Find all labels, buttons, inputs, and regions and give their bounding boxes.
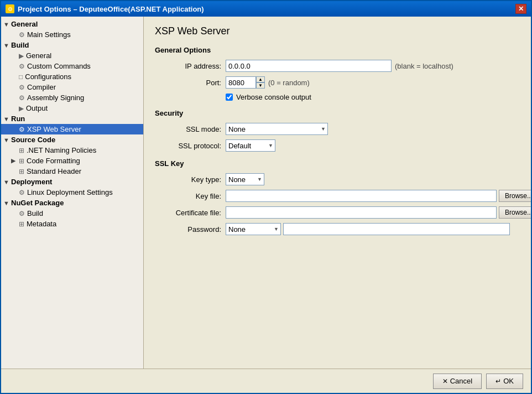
port-row: Port: ▲ ▼ (0 = random) — [155, 76, 520, 89]
ssl-protocol-select[interactable]: Default TLS SSL3 — [226, 139, 275, 152]
ip-label: IP address: — [155, 62, 221, 70]
sidebar-item-run[interactable]: ▼ Run — [1, 113, 143, 124]
sidebar: ▼ General ⚙ Main Settings ▼ Build ▶ Gene… — [1, 17, 144, 369]
port-spinner: ▲ ▼ — [226, 76, 265, 89]
sidebar-item-assembly-signing[interactable]: ⚙ Assembly Signing — [1, 92, 143, 103]
ssl-mode-select[interactable]: None Enabled Required — [226, 123, 328, 135]
cert-file-label: Certificate file: — [155, 209, 221, 217]
main-window: ⚙ Project Options – DeputeeOffice(ASP.NE… — [0, 0, 532, 394]
settings-icon: ⚙ — [19, 94, 25, 102]
sidebar-item-configurations[interactable]: □ Configurations — [1, 71, 143, 82]
sidebar-item-label: Linux Deployment Settings — [27, 188, 113, 196]
sidebar-item-nuget-metadata[interactable]: ⊞ Metadata — [1, 219, 143, 229]
bottom-bar: ✕ Cancel ↵ OK — [1, 369, 531, 393]
ssl-mode-control: None Enabled Required — [226, 123, 520, 135]
sidebar-item-output[interactable]: ▶ Output — [1, 103, 143, 113]
close-button[interactable]: ✕ — [515, 4, 526, 14]
sidebar-item-nuget-build[interactable]: ⚙ Build — [1, 208, 143, 219]
key-type-control: None PEM PKCS12 — [226, 173, 520, 185]
sidebar-item-linux-deployment[interactable]: ⚙ Linux Deployment Settings — [1, 187, 143, 198]
sidebar-item-label: General — [26, 51, 51, 60]
sidebar-item-label: Main Settings — [27, 30, 71, 39]
sidebar-item-compiler[interactable]: ⚙ Compiler — [1, 82, 143, 92]
ssl-mode-select-wrapper: None Enabled Required — [226, 123, 328, 135]
settings-icon: ⚙ — [19, 210, 25, 217]
ok-label: OK — [503, 377, 514, 385]
cancel-button[interactable]: ✕ Cancel — [433, 374, 482, 389]
sidebar-item-build-general[interactable]: ▶ General — [1, 50, 143, 61]
key-type-row: Key type: None PEM PKCS12 — [155, 173, 520, 185]
port-label: Port: — [155, 79, 221, 87]
expand-icon: ▼ — [3, 42, 11, 49]
cert-file-input[interactable] — [226, 206, 497, 219]
content-area: ▼ General ⚙ Main Settings ▼ Build ▶ Gene… — [1, 17, 531, 369]
password-row: Password: None Plaintext — [155, 223, 520, 235]
ip-hint: (blank = localhost) — [395, 62, 453, 70]
sidebar-item-label: Output — [26, 104, 48, 112]
password-type-select[interactable]: None Plaintext — [226, 223, 281, 235]
ssl-protocol-label: SSL protocol: — [155, 142, 221, 150]
sidebar-item-label: Standard Header — [27, 167, 81, 175]
sidebar-item-label: Build — [11, 41, 29, 49]
security-section: Security — [155, 109, 520, 117]
expand-icon: ▼ — [3, 21, 11, 28]
sidebar-item-label: Custom Commands — [27, 62, 91, 70]
ok-button[interactable]: ↵ OK — [486, 374, 523, 389]
sidebar-item-build[interactable]: ▼ Build — [1, 40, 143, 50]
play-icon: ▶ — [19, 105, 24, 112]
key-file-browse-button[interactable]: Browse... — [499, 190, 531, 202]
grid-icon: ⊞ — [19, 157, 24, 165]
sidebar-item-general[interactable]: ▼ General — [1, 19, 143, 29]
ssl-key-section: SSL Key — [155, 159, 520, 168]
ip-input[interactable] — [226, 60, 392, 72]
title-bar: ⚙ Project Options – DeputeeOffice(ASP.NE… — [1, 1, 531, 17]
sidebar-item-standard-header[interactable]: ⊞ Standard Header — [1, 166, 143, 177]
settings-icon: ⚙ — [19, 126, 25, 133]
port-input[interactable] — [226, 76, 256, 89]
sidebar-item-label: Code Formatting — [27, 157, 80, 165]
sidebar-item-label: Deployment — [11, 178, 52, 186]
cert-file-browse-button[interactable]: Browse... — [499, 206, 531, 219]
sidebar-item-code-formatting[interactable]: ▶ ⊞ Code Formatting — [1, 155, 143, 166]
password-control: None Plaintext — [226, 223, 520, 235]
settings-icon: ⚙ — [19, 84, 25, 91]
title-bar-left: ⚙ Project Options – DeputeeOffice(ASP.NE… — [6, 4, 204, 13]
sidebar-item-label: NuGet Package — [11, 199, 64, 207]
sidebar-item-nuget-package[interactable]: ▼ NuGet Package — [1, 198, 143, 208]
sidebar-item-main-settings[interactable]: ⚙ Main Settings — [1, 29, 143, 40]
port-control-area: ▲ ▼ (0 = random) — [226, 76, 520, 89]
key-type-select[interactable]: None PEM PKCS12 — [226, 173, 264, 185]
spinner-up-button[interactable]: ▲ — [256, 76, 265, 82]
verbose-checkbox[interactable] — [226, 94, 233, 101]
expand-icon: ▼ — [3, 200, 11, 206]
ok-icon: ↵ — [496, 377, 501, 385]
expand-icon: ▶ — [11, 157, 19, 164]
cancel-icon: ✕ — [442, 377, 448, 385]
expand-icon: ▼ — [3, 116, 11, 122]
ssl-protocol-row: SSL protocol: Default TLS SSL3 — [155, 139, 520, 152]
ssl-protocol-control: Default TLS SSL3 — [226, 139, 520, 152]
key-file-label: Key file: — [155, 192, 221, 200]
sidebar-item-source-code[interactable]: ▼ Source Code — [1, 134, 143, 145]
expand-icon: ▼ — [3, 179, 11, 185]
cert-file-control: Browse... — [226, 206, 531, 219]
password-input[interactable] — [283, 223, 510, 235]
sidebar-item-net-naming[interactable]: ⊞ .NET Naming Policies — [1, 145, 143, 155]
sidebar-item-label: Run — [11, 115, 25, 123]
ssl-mode-row: SSL mode: None Enabled Required — [155, 123, 520, 135]
sidebar-item-deployment[interactable]: ▼ Deployment — [1, 177, 143, 187]
port-hint: (0 = random) — [268, 79, 310, 87]
spinner-down-button[interactable]: ▼ — [256, 82, 265, 89]
settings-icon: ⚙ — [19, 31, 25, 39]
key-file-input[interactable] — [226, 190, 497, 202]
ssl-mode-label: SSL mode: — [155, 125, 221, 133]
window-title: Project Options – DeputeeOffice(ASP.NET … — [18, 5, 204, 13]
sidebar-item-label: Compiler — [27, 83, 56, 91]
general-options-section: General Options — [155, 46, 520, 54]
sidebar-item-label: Build — [27, 209, 43, 217]
verbose-row: Verbose console output — [155, 93, 520, 101]
main-panel: XSP Web Server General Options IP addres… — [144, 17, 531, 369]
sidebar-item-xsp-web-server[interactable]: ⚙ XSP Web Server — [1, 124, 143, 134]
sidebar-item-label: Assembly Signing — [27, 94, 84, 102]
sidebar-item-custom-commands[interactable]: ⚙ Custom Commands — [1, 61, 143, 71]
